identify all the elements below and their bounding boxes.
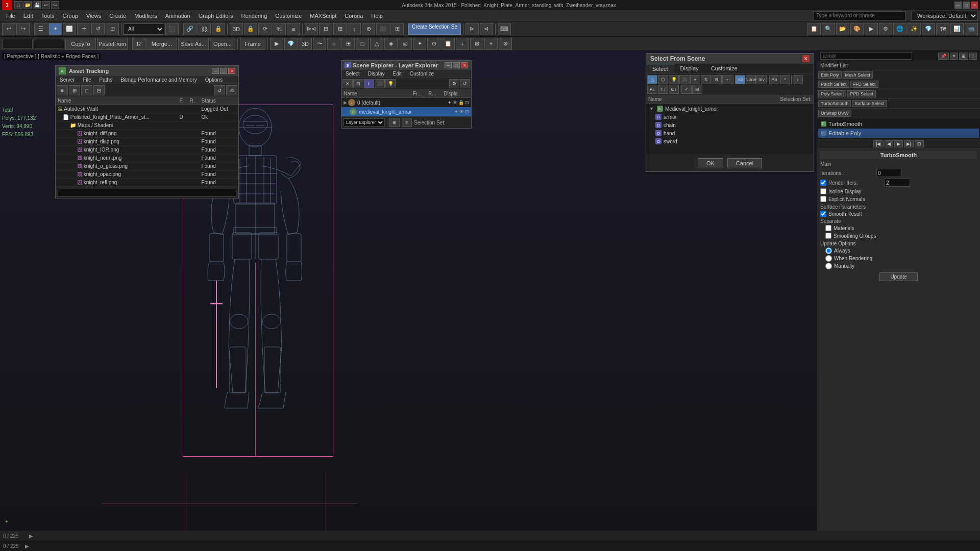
sel-sort-btn[interactable]: ↕ [793,75,803,84]
table-row[interactable]: 🖼 knight_opac.png Found [56,170,238,179]
tb2-box[interactable]: □ [356,38,369,50]
select-close-btn[interactable]: ✕ [802,55,810,62]
mesh-select-btn[interactable]: Mesh Select [843,71,873,79]
editpoly-stack-item[interactable]: E Editable Poly [818,129,979,138]
unwrap-uvw-btn[interactable]: Unwrap UVW [818,110,851,117]
always-radio[interactable] [825,247,832,254]
table-row[interactable]: 🖼 knight_diff.png Found [56,130,238,138]
tree-sword-item[interactable]: O sword [647,137,813,145]
select-ok-button[interactable]: OK [698,158,723,168]
table-row[interactable]: 🖼 knight_disp.png Found [56,138,238,146]
table-row[interactable]: 🖼 knight_IOR.png Found [56,146,238,154]
tb2-play[interactable]: ▶ [270,38,283,50]
tb-align-camera[interactable]: 🎥 [376,23,389,35]
menu-create[interactable]: Create [105,12,130,20]
tb-video-post[interactable]: 📹 [965,23,978,35]
sel-shape-btn[interactable]: ⬠ [658,75,668,84]
tree-chain-item[interactable]: O chain [647,121,813,129]
tb-keyboard-shortcut[interactable]: ⌨ [498,23,511,35]
menu-maxscript[interactable]: MAXScript [306,12,340,20]
modifier-search-input[interactable] [820,52,912,60]
scene-min-btn[interactable]: ─ [445,62,452,68]
scene-tb-settings[interactable]: ⚙ [449,79,459,88]
tb-rotate[interactable]: ↺ [91,23,105,35]
menu-views[interactable]: Views [82,12,105,20]
mod-icon-btn[interactable]: ⊞ [959,53,968,60]
sel-bones-btn[interactable]: B [712,75,722,84]
sel-sort-type-btn[interactable]: T↓ [658,85,668,94]
asset-tb-refresh[interactable]: ↺ [214,85,225,95]
scene-close-btn[interactable]: ✕ [461,62,468,68]
asset-search-input[interactable] [58,189,236,197]
menu-animation[interactable]: Animation [161,12,194,20]
sel-wildcard-btn[interactable]: * [780,75,790,84]
update-button[interactable]: Update [879,272,917,281]
scene-panel-header[interactable]: S Scene Explorer - Layer Explorer ─ □ ✕ [341,61,471,70]
surf-sel-btn[interactable]: Surface Select [852,100,887,107]
asset-menu-bitmap[interactable]: Bitmap Performance and Memory [116,76,201,84]
tb2-iso[interactable]: ◈ [384,38,398,50]
menu-customize[interactable]: Customize [271,12,306,20]
materials-checkbox[interactable] [825,225,831,231]
menu-graph-editors[interactable]: Graph Editors [194,12,237,20]
tb2-shell[interactable]: ◎ [399,38,412,50]
sel-geo-btn[interactable]: △ [647,75,657,84]
sel-case-btn[interactable]: Aa [769,75,779,84]
tb-select-region[interactable]: ⬜ [63,23,76,35]
height-field[interactable]: 2048 [34,39,64,49]
scene-menu-edit[interactable]: Edit [389,70,406,78]
table-row[interactable]: 📁 Maps / Shaders [56,121,238,130]
ffd-select-btn[interactable]: FFD Select [850,81,878,88]
tb-render2[interactable]: ▶ [865,23,878,35]
stack-nav-1[interactable]: |◀ [873,140,883,147]
tb2-wire2[interactable]: ⊠ [470,38,483,50]
scene-tb-refresh[interactable]: ↺ [460,79,470,88]
menu-rendering[interactable]: Rendering [237,12,272,20]
tb-render-effects[interactable]: ✨ [908,23,921,35]
poly-select-btn[interactable]: Poly Select [818,90,846,97]
sel-helper-btn[interactable]: + [690,75,700,84]
tb2-select2[interactable]: ⊛ [499,38,512,50]
sel-camera-btn[interactable]: 🎥 [679,75,690,84]
pastefrom-btn[interactable]: PasteFrom [97,38,128,50]
tb2-obj[interactable]: ○ [327,38,340,50]
tb-move[interactable]: ✛ [77,23,90,35]
menu-group[interactable]: Group [58,12,82,20]
render-iters-input[interactable] [885,179,910,187]
smooth-result-checkbox[interactable] [820,211,826,217]
scene-footer-btn1[interactable]: ⊞ [389,118,400,127]
scene-footer-btn2[interactable]: ≡ [402,118,412,127]
iterations-input[interactable] [876,169,902,177]
filter-dropdown[interactable]: All [124,23,164,35]
layer-armor-row[interactable]: O medieval_knight_armor ✦ 👁 ⊡ [341,107,471,116]
tb-align[interactable]: ⊟ [319,23,332,35]
sel-sel-btn[interactable]: ✓ [681,85,692,94]
col-f[interactable]: F. [178,97,188,105]
asset-tb-1[interactable]: ≡ [57,85,68,95]
asset-minimize-btn[interactable]: ─ [212,68,219,74]
asset-menu-options[interactable]: Options [201,76,227,84]
edit-poly-btn[interactable]: Edit Poly [818,71,842,79]
table-row[interactable]: 📄 Polished_Knight_Plate_Armor_st... D Ok [56,113,238,121]
tb-window-crossing[interactable]: ⬛ [165,23,179,35]
menu-corona[interactable]: Corona [340,12,367,20]
sel-particles-btn[interactable]: ⋯ [722,75,732,84]
sel-light-btn[interactable]: 💡 [669,75,679,84]
tb2-helper[interactable]: + [456,38,469,50]
menu-help[interactable]: Help [367,12,387,20]
when-rendering-radio[interactable] [825,255,832,262]
tb-snap-3d[interactable]: 3D [230,23,243,35]
table-row[interactable]: 🖼 knight_norm.png Found [56,154,238,162]
asset-tb-settings[interactable]: ⚙ [226,85,237,95]
asset-menu-server[interactable]: Server [56,76,79,84]
maximize-btn[interactable]: □ [963,2,970,9]
tb-align-view[interactable]: ⊞ [333,23,347,35]
open-btn[interactable]: Open... [210,38,235,50]
scene-layers-list[interactable]: ▶ L 0 (default) ✦ 👁 🔒 ⊡ O medieval_knigh… [341,98,471,116]
select-tab-display[interactable]: Display [674,64,705,73]
scene-footer-select[interactable]: Layer Explorer [344,118,385,127]
tree-armor-item[interactable]: O armor [647,113,813,121]
table-row[interactable]: 🖼 knight_refl.png Found [56,179,238,187]
scene-menu-select[interactable]: Select [341,70,364,78]
scene-tb-2[interactable]: ⊟ [353,79,363,88]
